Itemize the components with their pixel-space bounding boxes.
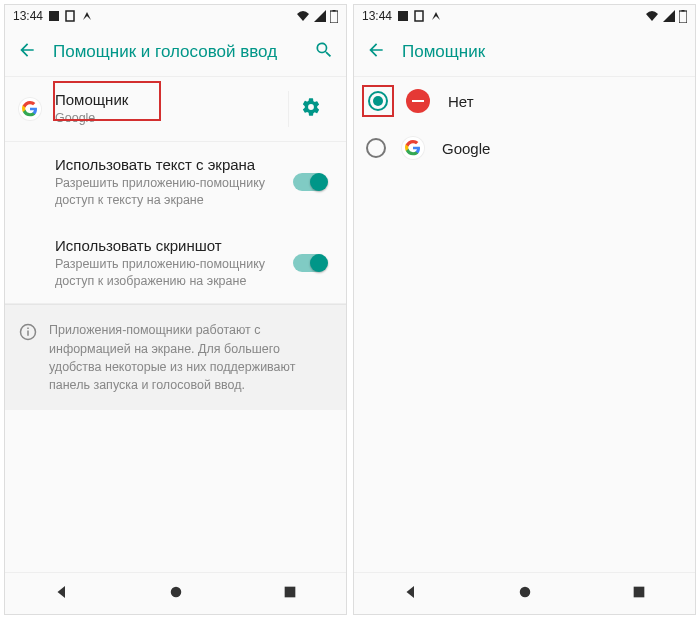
svg-point-10 (171, 586, 182, 597)
screen-select-assist: 13:44 Помощник Нет (353, 4, 696, 615)
svg-marker-2 (83, 12, 91, 20)
highlight-annotation (362, 85, 394, 117)
svg-rect-20 (633, 586, 644, 597)
svg-rect-13 (415, 11, 423, 21)
svg-rect-5 (333, 10, 336, 12)
info-block: Приложения-помощники работают с информац… (5, 304, 346, 410)
option-none-label: Нет (448, 93, 474, 110)
nav-home-button[interactable] (167, 583, 185, 605)
svg-rect-11 (284, 586, 295, 597)
page-title: Помощник и голосовой ввод (53, 42, 298, 62)
notif-icon-3 (430, 10, 442, 22)
nav-recent-button[interactable] (631, 584, 647, 604)
google-icon (402, 137, 424, 159)
notif-icon-2 (414, 10, 424, 22)
content: Нет Google (354, 77, 695, 572)
back-button[interactable] (17, 40, 37, 64)
svg-rect-17 (682, 10, 685, 12)
svg-point-19 (520, 586, 531, 597)
signal-icon (663, 10, 675, 22)
nav-bar (354, 572, 695, 614)
notif-icon-2 (65, 10, 75, 22)
use-screenshot-row[interactable]: Использовать скриншот Разрешить приложен… (5, 223, 346, 305)
notif-icon-1 (49, 11, 59, 21)
gear-icon (301, 97, 321, 121)
nav-recent-button[interactable] (282, 584, 298, 604)
screen-assist-settings: 13:44 Помощник и голосовой ввод (4, 4, 347, 615)
search-button[interactable] (314, 40, 334, 64)
notif-icon-1 (398, 11, 408, 21)
svg-rect-1 (66, 11, 74, 21)
assist-title: Помощник (55, 91, 288, 108)
use-text-title: Использовать текст с экрана (55, 156, 288, 173)
use-text-row[interactable]: Использовать текст с экрана Разрешить пр… (5, 142, 346, 223)
app-bar: Помощник и голосовой ввод (5, 27, 346, 77)
status-time: 13:44 (362, 9, 392, 23)
none-icon (406, 89, 430, 113)
nav-back-button[interactable] (53, 583, 71, 605)
assist-settings-button[interactable] (288, 91, 332, 127)
svg-rect-7 (27, 331, 29, 336)
google-icon (19, 98, 41, 120)
wifi-icon (645, 10, 659, 22)
radio-google[interactable] (366, 138, 386, 158)
svg-rect-12 (398, 11, 408, 21)
use-shot-title: Использовать скриншот (55, 237, 288, 254)
svg-rect-16 (679, 11, 687, 23)
battery-icon (679, 10, 687, 23)
wifi-icon (296, 10, 310, 22)
battery-icon (330, 10, 338, 23)
use-shot-switch[interactable] (293, 254, 327, 272)
app-bar: Помощник (354, 27, 695, 77)
nav-back-button[interactable] (402, 583, 420, 605)
option-none[interactable]: Нет (354, 77, 695, 125)
radio-none[interactable] (368, 91, 388, 111)
nav-home-button[interactable] (516, 583, 534, 605)
page-title: Помощник (402, 42, 683, 62)
signal-icon (314, 10, 326, 22)
assist-app-row[interactable]: Помощник Google (5, 77, 346, 142)
svg-marker-3 (314, 10, 326, 22)
svg-rect-0 (49, 11, 59, 21)
svg-marker-14 (432, 12, 440, 20)
assist-subtitle: Google (55, 110, 288, 127)
svg-rect-8 (27, 328, 29, 330)
info-icon (19, 323, 37, 394)
option-google-label: Google (442, 140, 490, 157)
status-bar: 13:44 (5, 5, 346, 27)
use-text-subtitle: Разрешить приложению-помощнику доступ к … (55, 175, 288, 209)
content: Помощник Google Использовать текст с экр… (5, 77, 346, 572)
status-bar: 13:44 (354, 5, 695, 27)
svg-rect-4 (330, 11, 338, 23)
status-time: 13:44 (13, 9, 43, 23)
svg-marker-15 (663, 10, 675, 22)
option-google[interactable]: Google (354, 125, 695, 171)
svg-marker-18 (407, 586, 415, 598)
use-shot-subtitle: Разрешить приложению-помощнику доступ к … (55, 256, 288, 290)
notif-icon-3 (81, 10, 93, 22)
svg-marker-9 (58, 586, 66, 598)
back-button[interactable] (366, 40, 386, 64)
info-text: Приложения-помощники работают с информац… (49, 321, 332, 394)
use-text-switch[interactable] (293, 173, 327, 191)
nav-bar (5, 572, 346, 614)
